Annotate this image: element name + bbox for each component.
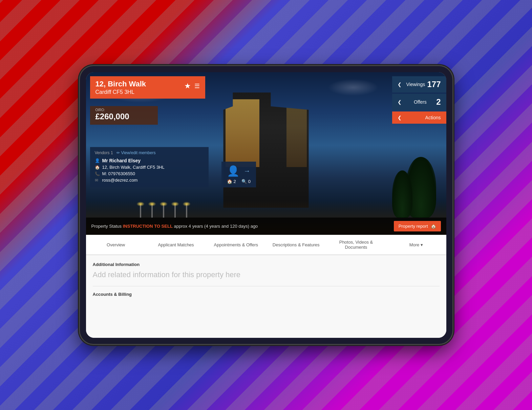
search-count: 0 bbox=[248, 179, 251, 184]
accounts-billing-title: Accounts & Billing bbox=[93, 292, 440, 297]
phone-icon: 📞 bbox=[95, 171, 100, 176]
nav-tabs: Overview Applicant Matches Appointments … bbox=[86, 235, 446, 255]
price-label: OIRO: bbox=[95, 108, 152, 112]
beds-count: 2 bbox=[234, 179, 236, 184]
search-stat: 🔍 0 bbox=[241, 179, 251, 184]
offers-count: 2 bbox=[436, 97, 441, 107]
content-area: Additional Information Add related infor… bbox=[86, 255, 446, 338]
status-prefix: Property Status bbox=[91, 224, 122, 229]
vendor-phone: M: 07976306550 bbox=[102, 171, 135, 176]
person-box: 👤 → 🏠 2 🔍 0 bbox=[221, 162, 256, 187]
price-box: OIRO: £260,000 bbox=[90, 106, 158, 125]
star-icon[interactable]: ★ bbox=[184, 82, 191, 90]
actions-label: Actions bbox=[425, 115, 441, 120]
hero-area: 12, Birch Walk Cardiff CF5 3HL ★ ☰ OIRO:… bbox=[86, 72, 446, 235]
person-icon: 👤 bbox=[95, 158, 100, 163]
property-report-label: Property report bbox=[399, 224, 428, 229]
beds-stat: 🏠 2 bbox=[227, 179, 236, 184]
status-suffix: approx 4 years (4 years and 120 days) ag… bbox=[174, 224, 258, 229]
status-bar: Property Status INSTRUCTION TO SELL appr… bbox=[86, 218, 446, 235]
status-highlight: INSTRUCTION TO SELL bbox=[123, 224, 173, 229]
tab-more[interactable]: More ▾ bbox=[386, 235, 446, 254]
additional-info-placeholder: Add related information for this propert… bbox=[93, 270, 440, 279]
viewings-button[interactable]: ❮ Viewings 177 bbox=[392, 76, 446, 93]
property-title-box: 12, Birch Walk Cardiff CF5 3HL ★ ☰ bbox=[90, 76, 205, 99]
edit-icon: ✏ bbox=[116, 150, 120, 155]
actions-button[interactable]: ❮ Actions bbox=[392, 111, 446, 124]
tab-descriptions-features[interactable]: Descriptions & Features bbox=[266, 235, 326, 254]
home-report-icon: 🏠 bbox=[431, 224, 436, 229]
status-text: Property Status INSTRUCTION TO SELL appr… bbox=[91, 224, 258, 229]
menu-icon[interactable]: ☰ bbox=[194, 82, 200, 90]
property-report-button[interactable]: Property report 🏠 bbox=[394, 221, 441, 231]
offers-button[interactable]: ❮ Offers 2 bbox=[392, 94, 446, 110]
additional-info-title: Additional Information bbox=[93, 262, 440, 267]
chevron-left-icon: ❮ bbox=[398, 82, 402, 87]
search-icon: 🔍 bbox=[241, 179, 247, 184]
right-panel: ❮ Viewings 177 ❮ Offers 2 ❮ Actions bbox=[392, 76, 446, 124]
tab-applicant-matches[interactable]: Applicant Matches bbox=[146, 235, 206, 254]
email-icon: ✉ bbox=[95, 178, 100, 183]
tab-appointments-offers[interactable]: Appointments & Offers bbox=[206, 235, 266, 254]
chevron-left-icon-3: ❮ bbox=[398, 115, 402, 120]
offers-label: Offers bbox=[414, 99, 427, 105]
viewings-count: 177 bbox=[427, 80, 441, 89]
arrow-right-icon[interactable]: → bbox=[243, 167, 250, 175]
price-value: £260,000 bbox=[95, 112, 152, 121]
vendor-name: Mr Richard Elsey bbox=[102, 158, 141, 163]
tablet-screen: 12, Birch Walk Cardiff CF5 3HL ★ ☰ OIRO:… bbox=[86, 72, 446, 338]
vendor-header-label: Vendors 1 bbox=[95, 150, 113, 155]
tablet-frame: 12, Birch Walk Cardiff CF5 3HL ★ ☰ OIRO:… bbox=[80, 66, 452, 344]
vendor-box: Vendors 1 ✏ View/edit members 👤 Mr Richa… bbox=[90, 147, 209, 187]
viewings-label: Viewings bbox=[406, 82, 425, 87]
bed-icon: 🏠 bbox=[227, 179, 232, 184]
tab-photos-videos[interactable]: Photos, Videos & Documents bbox=[326, 235, 386, 254]
vendor-email: ross@dezrez.com bbox=[102, 178, 138, 183]
person-large-icon: 👤 bbox=[227, 165, 239, 177]
property-address-line1: 12, Birch Walk bbox=[95, 80, 146, 88]
home-icon: 🏠 bbox=[95, 165, 100, 170]
tab-overview[interactable]: Overview bbox=[86, 235, 146, 254]
chevron-left-icon-2: ❮ bbox=[398, 99, 402, 105]
vendor-address: 12, Birch Walk, Cardiff CF5 3HL bbox=[102, 165, 165, 170]
vendor-edit-link[interactable]: ✏ View/edit members bbox=[116, 150, 156, 155]
section-divider bbox=[93, 286, 440, 286]
